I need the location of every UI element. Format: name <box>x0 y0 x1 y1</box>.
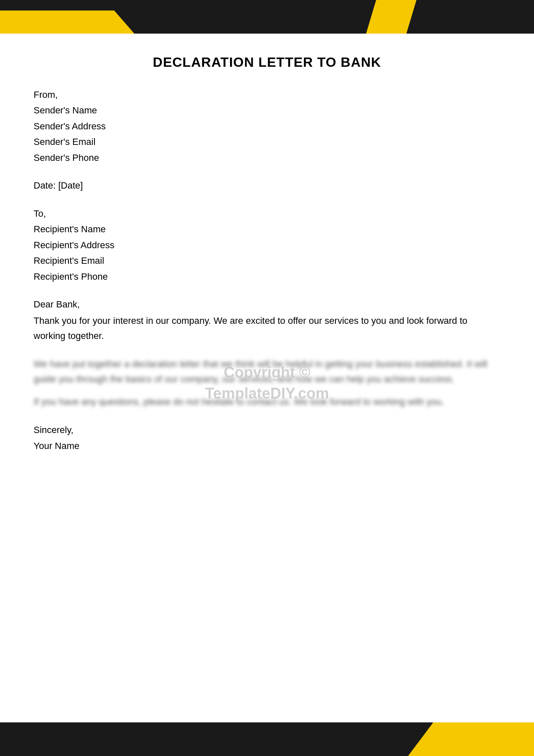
top-bar-yellow-accent <box>0 10 134 34</box>
date-line: Date: [Date] <box>34 180 500 191</box>
body-paragraph-1: Thank you for your interest in our compa… <box>34 313 500 344</box>
page-title: DECLARATION LETTER TO BANK <box>34 55 500 70</box>
sender-address: Sender's Address <box>34 118 500 134</box>
blurred-paragraph-2: We have put together a declaration lette… <box>34 357 500 387</box>
closing-sign-off: Sincerely, <box>34 422 500 438</box>
blurred-paragraph-3: If you have any questions, please do not… <box>34 394 500 410</box>
blurred-section: We have put together a declaration lette… <box>34 357 500 410</box>
recipient-address: Recipient's Address <box>34 237 500 253</box>
top-bar-yellow-right-accent <box>366 0 416 34</box>
closing-name: Your Name <box>34 438 500 454</box>
sender-phone: Sender's Phone <box>34 150 500 165</box>
sender-email: Sender's Email <box>34 134 500 150</box>
top-bar <box>0 0 534 34</box>
sender-name: Sender's Name <box>34 102 500 118</box>
bottom-bar-yellow-accent <box>408 722 534 756</box>
closing-section: Sincerely, Your Name <box>34 422 500 454</box>
sender-from-label: From, <box>34 87 500 102</box>
recipient-block: To, Recipient's Name Recipient's Address… <box>34 206 500 284</box>
letter-content: DECLARATION LETTER TO BANK From, Sender'… <box>0 34 534 479</box>
sender-block: From, Sender's Name Sender's Address Sen… <box>34 87 500 165</box>
bottom-bar <box>0 722 534 756</box>
recipient-phone: Recipient's Phone <box>34 269 500 284</box>
recipient-email: Recipient's Email <box>34 253 500 268</box>
salutation: Dear Bank, <box>34 299 500 310</box>
recipient-name: Recipient's Name <box>34 221 500 237</box>
recipient-to-label: To, <box>34 206 500 221</box>
